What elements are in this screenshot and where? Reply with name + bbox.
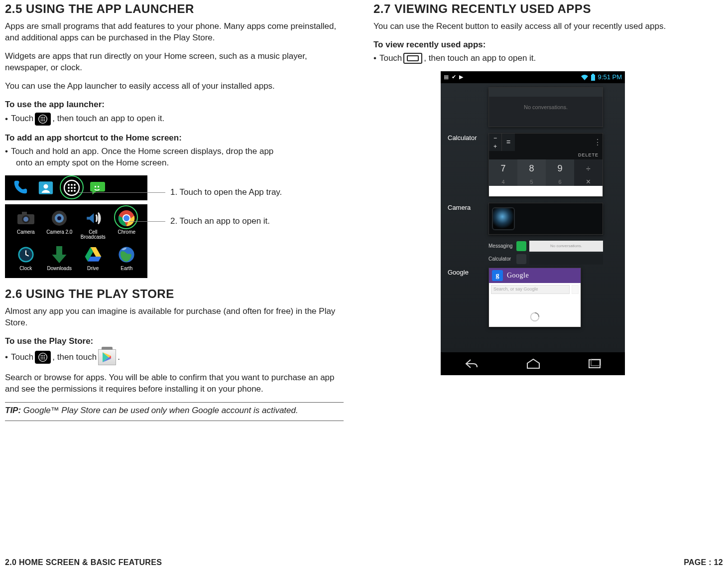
svg-point-6 <box>44 119 45 120</box>
recent-thumb-google[interactable]: gGoogle Search, or say Google <box>488 268 581 327</box>
apps-icon <box>35 351 51 364</box>
para-2-7-1: You can use the Recent button to easily … <box>373 21 692 32</box>
svg-point-39 <box>42 355 43 356</box>
messaging-mini-icon <box>516 241 526 251</box>
svg-point-9 <box>44 120 45 121</box>
grid-label: Cell Broadcasts <box>76 230 110 240</box>
earth-icon <box>117 245 136 265</box>
grid-label: Earth <box>121 266 132 271</box>
svg-rect-25 <box>22 212 27 215</box>
grid-label: Downloads <box>47 266 72 271</box>
cell-broadcasts-icon <box>83 208 103 228</box>
svg-point-30 <box>57 216 61 220</box>
page-footer: 2.0 HOME SCREEN & BASIC FEATURES PAGE : … <box>5 558 723 567</box>
camera2-icon <box>49 208 69 228</box>
bullet-dot: • <box>5 146 8 156</box>
svg-point-13 <box>68 184 70 186</box>
apps-icon <box>35 113 51 126</box>
svg-point-43 <box>44 357 45 358</box>
grid-label: Camera <box>17 230 35 235</box>
svg-point-16 <box>68 187 70 189</box>
camera-lens-icon <box>492 207 515 230</box>
label-add-shortcut: To add an app shortcut to the Home scree… <box>5 133 344 144</box>
bullet-text-pre: Touch <box>11 113 33 125</box>
bullet-text-post: , then touch an app to open it. <box>52 113 164 125</box>
callout-2-text: 2. Touch an app to open it. <box>170 216 270 226</box>
label-use-play-store: To use the Play Store: <box>5 336 344 347</box>
tip-divider <box>5 421 344 421</box>
loading-icon <box>529 311 540 322</box>
svg-point-44 <box>41 359 42 360</box>
recent-thumb-camera[interactable] <box>488 203 603 235</box>
svg-point-41 <box>41 357 42 358</box>
drive-icon <box>83 245 103 265</box>
grid-label: Chrome <box>118 230 135 235</box>
apps-grid: Camera Camera 2.0 Cell Broadcasts Chrome… <box>5 204 147 278</box>
recent-label-calculator: Calculator <box>448 134 477 142</box>
svg-point-7 <box>41 120 42 121</box>
para-2-6-1: Almost any app you can imagine is availa… <box>5 306 344 329</box>
recent-label-camera: Camera <box>448 204 471 211</box>
clock-icon <box>16 245 36 265</box>
contacts-icon <box>36 178 56 198</box>
wifi-icon <box>581 74 588 80</box>
status-icon: ▶ <box>459 74 463 80</box>
recent-label-google: Google <box>448 269 469 276</box>
label-use-app-launcher: To use the app launcher: <box>5 99 344 111</box>
svg-point-33 <box>123 215 129 221</box>
svg-point-14 <box>71 184 73 186</box>
callout-1: 1. Touch to open the App tray. <box>78 187 282 197</box>
label-view-recent: To view recently used apps: <box>373 39 692 51</box>
svg-point-8 <box>42 120 43 121</box>
callout-2: 2. Touch an app to open it. <box>129 216 270 226</box>
svg-point-17 <box>71 187 73 189</box>
svg-point-15 <box>74 184 76 186</box>
figure-app-launcher: 1. Touch to open the App tray. Camera Ca… <box>5 175 264 278</box>
bullet-dot: • <box>5 114 8 124</box>
bullet-recent-post: , then touch an app to open it. <box>424 53 536 64</box>
svg-point-27 <box>23 217 28 222</box>
nav-bar <box>441 352 625 375</box>
recent-nav-icon[interactable] <box>588 359 601 369</box>
recent-thumb-calculator[interactable]: −+ = ⋮ DELETE 789÷ 456× <box>488 133 603 197</box>
heading-2-5: 2.5 USING THE APP LAUNCHER <box>5 2 344 16</box>
calc-delete: DELETE <box>489 151 603 160</box>
status-icon: ✔ <box>452 74 456 80</box>
home-icon[interactable] <box>526 358 541 369</box>
svg-point-4 <box>41 119 42 120</box>
para-2-5-3: You can use the App launcher to easily a… <box>5 81 344 92</box>
svg-rect-48 <box>592 74 594 75</box>
bullet-add-cont: onto an empty spot on the Home screen. <box>16 157 344 169</box>
recent-mini-stack: MessagingNo conversations. Calculator <box>488 241 603 265</box>
svg-point-11 <box>43 184 48 189</box>
grid-label: Drive <box>87 266 99 271</box>
svg-rect-47 <box>591 75 595 81</box>
status-bar: ▦ ✔ ▶ 9:51 PM <box>441 71 625 83</box>
bullet-ps-mid: , then touch <box>52 352 97 363</box>
bullet-dot: • <box>5 352 8 362</box>
back-icon[interactable] <box>465 358 479 369</box>
google-g-icon: g <box>492 270 503 281</box>
para-2-5-2: Widgets are apps that run directly on yo… <box>5 51 344 74</box>
google-search-box: Search, or say Google <box>491 285 570 294</box>
bullet-dot: • <box>373 53 376 63</box>
svg-point-42 <box>42 357 43 358</box>
phone-screenshot: ▦ ✔ ▶ 9:51 PM No conversations. <box>441 71 625 375</box>
recent-apps-list: No conversations. Calculator −+ = ⋮ DELE… <box>441 83 625 352</box>
phone-icon <box>10 178 30 198</box>
svg-point-3 <box>44 117 45 118</box>
bullet-ps-pre: Touch <box>11 352 33 363</box>
footer-section: 2.0 HOME SCREEN & BASIC FEATURES <box>5 558 162 567</box>
svg-point-5 <box>42 119 43 120</box>
bullet-ps-post: . <box>118 352 120 363</box>
battery-icon <box>591 74 595 81</box>
bullet-recent-pre: Touch <box>379 53 402 64</box>
svg-point-19 <box>68 190 70 192</box>
status-icon: ▦ <box>444 74 449 80</box>
heading-2-6: 2.6 USING THE PLAY STORE <box>5 287 344 301</box>
tip-line: TIP: Google™ Play Store can be used only… <box>5 406 344 416</box>
google-logo: Google <box>507 272 529 280</box>
svg-point-45 <box>42 359 43 360</box>
recent-thumb-messaging[interactable]: No conversations. <box>488 87 603 127</box>
para-2-5-1: Apps are small programs that add feature… <box>5 21 344 44</box>
